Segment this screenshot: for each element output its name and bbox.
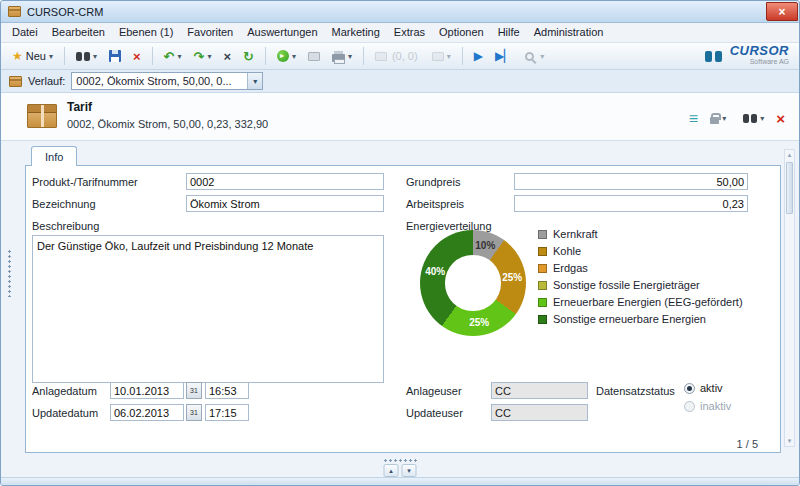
brand-name: CURSOR <box>730 45 789 56</box>
menu-ebenen[interactable]: Ebenen (1) <box>112 23 180 42</box>
legend-item: Sonstige erneuerbare Energien <box>538 313 743 325</box>
cancel-x-icon: × <box>223 49 231 64</box>
legend-label: Sonstige erneuerbare Energien <box>553 313 706 325</box>
delete-button[interactable]: × <box>128 46 146 67</box>
record-header-actions: ≡ ▾ ▾ × <box>689 108 785 129</box>
beschreibung-textarea[interactable]: Der Günstige Öko, Laufzeit und Preisbind… <box>32 235 384 383</box>
produkt-field[interactable]: 0002 <box>186 173 384 190</box>
chevron-down-icon: ▾ <box>447 52 451 61</box>
produkt-label: Produkt-/Tarifnummer <box>32 176 138 188</box>
vertical-scrollbar[interactable]: ▴ ▾ <box>784 149 795 447</box>
radio-inaktiv-icon[interactable] <box>684 401 695 412</box>
anlageuser-label: Anlageuser <box>406 385 462 397</box>
grundpreis-field[interactable]: 50,00 <box>514 173 748 190</box>
menu-extras[interactable]: Extras <box>387 23 432 42</box>
status-bar <box>1 477 799 485</box>
donut-segment-label: 25% <box>469 317 489 328</box>
updatezeit-field[interactable]: 17:15 <box>205 404 249 421</box>
record-header: Tarif 0002, Ökomix Strom, 50,00, 0,23, 3… <box>1 93 799 141</box>
play-to-end-icon: ▶▏ <box>495 49 513 63</box>
close-button[interactable]: × <box>766 2 798 21</box>
anlagedatum-field[interactable]: 10.01.2013 <box>110 382 184 399</box>
lock-button[interactable]: ▾ <box>705 108 731 129</box>
document-button[interactable] <box>303 46 325 67</box>
play-last-button[interactable]: ▶▏ <box>490 46 518 67</box>
chevron-down-icon: ▾ <box>49 52 53 61</box>
menu-datei[interactable]: Datei <box>5 23 45 42</box>
delete-x-icon: × <box>133 49 141 64</box>
menu-auswertungen[interactable]: Auswertungen <box>240 23 324 42</box>
legend-swatch <box>538 247 547 256</box>
anlagedatum-label: Anlagedatum <box>32 385 97 397</box>
selection-counter-label: (0, 0) <box>390 50 420 62</box>
play-button[interactable]: ▶ <box>469 46 488 67</box>
save-button[interactable] <box>104 46 126 67</box>
radio-aktiv-icon[interactable] <box>684 383 695 394</box>
history-bar: Verlauf: 0002, Ökomix Strom, 50,00, 0...… <box>1 70 799 93</box>
bezeichnung-field[interactable]: Ökomix Strom <box>186 195 384 212</box>
combobox-dropdown-button[interactable]: ▾ <box>247 73 262 89</box>
bottom-splitter-handle[interactable] <box>383 459 417 462</box>
collapse-down-button[interactable]: ▾ <box>402 464 417 477</box>
menu-list-icon[interactable]: ≡ <box>689 112 698 126</box>
left-splitter-handle[interactable] <box>8 249 11 297</box>
radio-aktiv[interactable]: aktiv <box>684 382 723 394</box>
binoculars-icon <box>743 114 757 123</box>
brand-binoculars-icon <box>705 51 722 62</box>
print-button[interactable]: ▾ <box>327 46 357 67</box>
list-actions-button: ▾ <box>427 46 456 67</box>
tab-info[interactable]: Info <box>31 146 77 166</box>
legend-item: Erneuerbare Energien (EEG-gefördert) <box>538 296 743 308</box>
green-globe-icon <box>277 50 289 62</box>
tab-info-label: Info <box>45 151 63 163</box>
anlagezeit-field[interactable]: 16:53 <box>205 382 249 399</box>
scrollbar-thumb[interactable] <box>786 162 793 214</box>
undo-button[interactable]: ↶ ▾ <box>159 46 187 67</box>
records-icon <box>375 52 387 61</box>
calendar-button[interactable]: 31 <box>186 404 202 421</box>
record-header-text: Tarif 0002, Ökomix Strom, 50,00, 0,23, 3… <box>67 100 268 130</box>
history-label: Verlauf: <box>28 75 65 87</box>
redo-arrow-icon: ↷ <box>194 49 205 64</box>
calendar-button[interactable]: 31 <box>186 382 202 399</box>
history-combobox[interactable]: 0002, Ökomix Strom, 50,00, 0... ▾ <box>71 72 263 90</box>
toolbar-left: ★ Neu ▾ ▾ × ↶ ▾ ↷ ▾ <box>7 46 705 67</box>
navigate-button[interactable]: ▾ <box>272 46 301 67</box>
radio-inaktiv[interactable]: inaktiv <box>684 400 731 412</box>
radio-inaktiv-label: inaktiv <box>700 400 731 412</box>
menu-marketing[interactable]: Marketing <box>325 23 387 42</box>
menu-favoriten[interactable]: Favoriten <box>180 23 240 42</box>
undo-arrow-icon: ↶ <box>164 49 175 64</box>
menu-bearbeiten[interactable]: Bearbeiten <box>45 23 112 42</box>
donut-segment-label: 25% <box>502 271 522 282</box>
close-record-icon[interactable]: × <box>776 110 785 127</box>
arrow-up-icon: ▴ <box>389 467 393 475</box>
tariff-package-icon <box>27 104 57 128</box>
info-panel: Produkt-/Tarifnummer 0002 Bezeichnung Ök… <box>25 165 781 453</box>
expand-up-button[interactable]: ▴ <box>384 464 399 477</box>
arbeitspreis-field[interactable]: 0,23 <box>514 195 748 212</box>
menu-optionen[interactable]: Optionen <box>432 23 491 42</box>
menu-hilfe[interactable]: Hilfe <box>491 23 527 42</box>
search-button[interactable]: ▾ <box>71 46 102 67</box>
record-search-button[interactable]: ▾ <box>738 108 769 129</box>
new-star-icon: ★ <box>12 49 23 63</box>
toolbar-separator <box>265 47 266 65</box>
beschreibung-label: Beschreibung <box>32 220 99 232</box>
menu-administration[interactable]: Administration <box>527 23 611 42</box>
legend-item: Kohle <box>538 245 743 257</box>
title-bar[interactable]: CURSOR-CRM × <box>1 1 799 23</box>
redo-button[interactable]: ↷ ▾ <box>189 46 217 67</box>
refresh-button[interactable]: ↻ <box>238 46 259 67</box>
chevron-down-icon: ▾ <box>760 114 764 123</box>
scroll-up-icon[interactable]: ▴ <box>785 151 794 159</box>
scroll-down-icon[interactable]: ▾ <box>785 437 794 445</box>
chevron-down-icon: ▾ <box>722 114 726 123</box>
updatedatum-field[interactable]: 06.02.2013 <box>110 404 184 421</box>
anlageuser-field: CC <box>491 382 588 399</box>
new-button-label: Neu <box>26 50 46 62</box>
new-button[interactable]: ★ Neu ▾ <box>7 46 58 67</box>
toolbar-separator <box>152 47 153 65</box>
updateuser-label: Updateuser <box>406 407 463 419</box>
cancel-button[interactable]: × <box>218 46 236 67</box>
